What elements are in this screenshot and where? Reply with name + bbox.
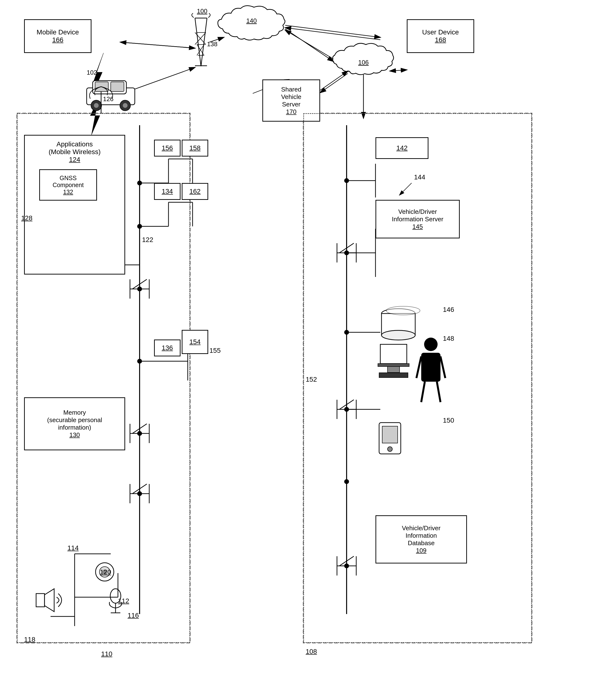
svg-line-30 — [320, 73, 348, 93]
ref-110: 110 — [101, 650, 112, 658]
ref-146: 146 — [443, 306, 454, 314]
svg-line-21 — [135, 68, 195, 89]
svg-rect-15 — [95, 82, 108, 92]
user-device-box: User Device 168 — [407, 19, 474, 53]
cloud-106: 106 — [332, 43, 394, 75]
ref-154: 154 — [189, 338, 201, 346]
svg-rect-13 — [87, 88, 135, 105]
ref-128: 128 — [21, 214, 33, 222]
ref-118: 118 — [24, 636, 35, 643]
box-154: 154 — [182, 330, 208, 354]
svg-line-25 — [285, 25, 380, 37]
svg-line-3 — [201, 18, 207, 66]
svg-line-29 — [390, 70, 407, 71]
ref-152: 152 — [306, 376, 317, 383]
vehicle-driver-info-db-label: Vehicle/DriverInformationDatabase — [402, 524, 440, 547]
box-134: 134 — [154, 183, 180, 200]
svg-rect-16 — [111, 82, 124, 92]
box-156: 156 — [154, 140, 180, 156]
gnss-label: GNSSComponent — [53, 174, 83, 188]
svg-line-24 — [120, 42, 195, 48]
ref-116: 116 — [128, 612, 139, 619]
ref-158: 158 — [189, 144, 201, 152]
ref-120: 120 — [100, 568, 111, 576]
diagram: 140 106 138 — [0, 0, 608, 700]
vehicle-driver-info-db-ref: 109 — [402, 547, 440, 554]
svg-line-10 — [197, 44, 204, 55]
ref-108: 108 — [306, 648, 317, 656]
svg-line-27 — [285, 29, 334, 61]
svg-line-28 — [285, 30, 334, 59]
ref-144: 144 — [414, 173, 425, 181]
ref-100-label: 100 — [197, 7, 207, 15]
right-system-box — [303, 113, 532, 643]
svg-line-26 — [285, 28, 380, 40]
ref-150: 150 — [443, 417, 454, 424]
svg-point-20 — [123, 103, 128, 108]
svg-line-9 — [195, 33, 206, 44]
applications-outer-box: Applications(Mobile Wireless) 124 GNSSCo… — [24, 135, 125, 275]
ref-102-label: 102 — [87, 69, 97, 76]
ref-156: 156 — [162, 144, 173, 152]
mobile-device-ref: 166 — [37, 36, 79, 44]
ref-136: 136 — [162, 344, 173, 352]
vehicle-driver-info-server-ref: 145 — [392, 223, 443, 231]
svg-line-2 — [195, 18, 201, 66]
shared-vehicle-server-ref: 170 — [281, 108, 301, 115]
applications-ref: 124 — [30, 156, 120, 164]
svg-line-22 — [209, 37, 224, 42]
ref-162: 162 — [189, 188, 201, 195]
ref-126-text: 126 — [103, 95, 113, 103]
ref-142: 142 — [396, 144, 408, 152]
applications-label: Applications(Mobile Wireless) — [30, 141, 120, 156]
cell-tower — [192, 13, 210, 66]
svg-point-19 — [120, 100, 131, 111]
memory-box: Memory(securable personalinformation) 13… — [24, 397, 125, 450]
ref-114: 114 — [68, 544, 79, 552]
memory-ref: 130 — [47, 431, 102, 439]
svg-point-17 — [91, 100, 101, 111]
user-device-label: User Device — [422, 29, 459, 36]
svg-text:140: 140 — [246, 17, 256, 24]
svg-line-8 — [195, 33, 206, 44]
cloud-140: 140 — [218, 6, 285, 40]
memory-label: Memory(securable personalinformation) — [47, 409, 102, 431]
mobile-device-box: Mobile Device 166 — [24, 19, 92, 53]
ref-112: 112 — [118, 597, 129, 605]
svg-line-23 — [120, 42, 195, 48]
ref-148: 148 — [443, 335, 454, 343]
ref-155: 155 — [209, 347, 221, 354]
svg-point-18 — [94, 103, 99, 108]
ref-134: 134 — [162, 188, 173, 195]
box-162: 162 — [182, 183, 208, 200]
mobile-device-label: Mobile Device — [37, 29, 79, 36]
box-158: 158 — [182, 140, 208, 156]
car — [87, 81, 135, 111]
shared-vehicle-server-label: SharedVehicleServer — [281, 86, 301, 108]
vehicle-driver-info-server-box: Vehicle/DriverInformation Server 145 — [376, 200, 460, 238]
gnss-ref: 132 — [53, 188, 83, 196]
svg-rect-14 — [93, 81, 126, 94]
svg-text:106: 106 — [358, 59, 368, 66]
svg-line-11 — [197, 44, 204, 55]
box-136: 136 — [154, 339, 180, 356]
gnss-box: GNSSComponent 132 — [39, 169, 97, 201]
ref-122: 122 — [142, 236, 153, 244]
box-142: 142 — [376, 137, 429, 159]
svg-line-31 — [320, 71, 348, 90]
vehicle-driver-info-db-box: Vehicle/DriverInformationDatabase 109 — [376, 515, 467, 564]
ref-138-label: 138 — [207, 40, 217, 48]
user-device-ref: 168 — [422, 36, 459, 44]
vehicle-driver-info-server-label: Vehicle/DriverInformation Server — [392, 208, 443, 223]
